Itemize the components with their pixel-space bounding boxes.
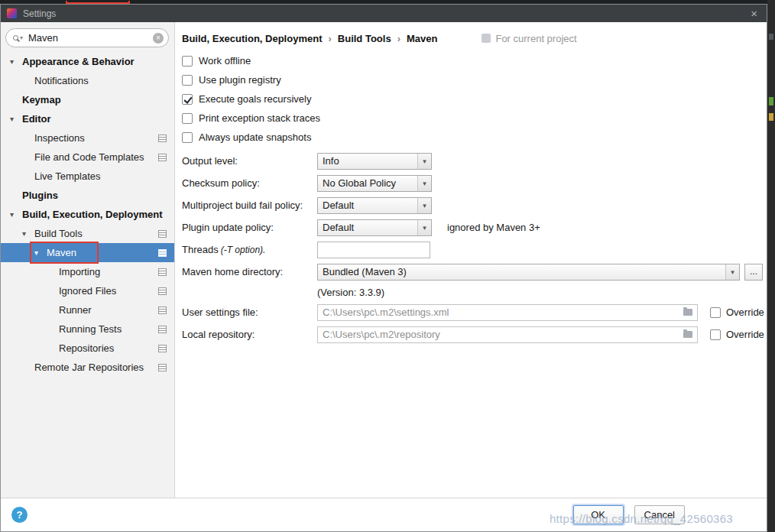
for-current-project-label: For current project: [495, 33, 576, 44]
maven-home-select[interactable]: Bundled (Maven 3) ▾: [317, 264, 740, 281]
sidebar-item-running-tests[interactable]: Running Tests: [1, 320, 174, 339]
settings-page-icon: [158, 154, 167, 161]
checkbox-box[interactable]: [710, 307, 721, 318]
checkbox-row-work-offline[interactable]: Work offline: [182, 51, 767, 70]
user-settings-override-checkbox[interactable]: Override: [710, 307, 764, 318]
sidebar-item-label: Maven: [47, 247, 76, 258]
sidebar-item-label: Keymap: [22, 94, 61, 105]
chevron-down-icon[interactable]: ▾: [10, 115, 22, 123]
local-repository-override-checkbox[interactable]: Override: [710, 329, 764, 340]
multiproject-policy-row: Multiproject build fail policy: Default …: [182, 194, 767, 216]
user-settings-input[interactable]: C:\Users\pc\.m2\settings.xml: [317, 304, 698, 321]
folder-icon[interactable]: [683, 331, 692, 338]
checksum-policy-select[interactable]: No Global Policy ▾: [317, 175, 432, 192]
sidebar-item-label: Repositories: [59, 342, 114, 354]
chevron-down-icon: ▾: [417, 176, 431, 191]
sidebar-item-remote-jar-repositories[interactable]: Remote Jar Repositories: [1, 358, 174, 377]
chevron-down-icon[interactable]: ▾: [10, 57, 22, 66]
settings-page-icon: [158, 230, 167, 238]
checkbox-box[interactable]: [182, 94, 193, 105]
maven-version-row: (Version: 3.3.9): [182, 283, 767, 301]
checkbox-box[interactable]: [710, 329, 721, 340]
sidebar-item-inspections[interactable]: Inspections: [1, 128, 174, 148]
background-fragment: [769, 34, 773, 40]
checkbox-label: Use plugin registry: [199, 74, 281, 86]
settings-page-icon: [158, 287, 167, 295]
output-level-label: Output level:: [182, 155, 317, 167]
sidebar-item-ignored-files[interactable]: Ignored Files: [1, 281, 174, 300]
sidebar-item-editor[interactable]: ▾Editor: [1, 109, 174, 128]
sidebar-item-runner[interactable]: Runner: [1, 300, 174, 320]
threads-input[interactable]: [317, 242, 430, 258]
settings-tree: ▾Appearance & BehaviorNotificationsKeyma…: [1, 52, 174, 377]
chevron-down-icon[interactable]: ▾: [22, 229, 34, 238]
settings-page-icon: [158, 307, 167, 314]
sidebar-item-label: Remote Jar Repositories: [34, 362, 144, 373]
sidebar-item-label: Importing: [59, 266, 100, 277]
chevron-down-icon[interactable]: ▾: [10, 210, 22, 219]
checksum-policy-row: Checksum policy: No Global Policy ▾: [182, 172, 767, 194]
sidebar-item-build-tools[interactable]: ▾Build Tools: [1, 224, 174, 243]
settings-page-icon: [158, 249, 167, 257]
sidebar-item-notifications[interactable]: Notifications: [1, 71, 174, 90]
sidebar-item-build-execution-deployment[interactable]: ▾Build, Execution, Deployment: [1, 205, 174, 224]
checkbox-row-use-plugin-registry[interactable]: Use plugin registry: [182, 70, 767, 89]
sidebar-item-label: Build Tools: [34, 228, 83, 239]
cancel-button[interactable]: Cancel: [634, 505, 685, 524]
chevron-down-icon: ▾: [417, 198, 431, 213]
current-project-icon: [482, 34, 491, 43]
browse-more-button[interactable]: ...: [744, 264, 763, 281]
multiproject-policy-value: Default: [318, 200, 417, 211]
checkbox-label: Execute goals recursively: [199, 93, 311, 105]
maven-home-value: Bundled (Maven 3): [318, 266, 725, 277]
plugin-update-policy-select[interactable]: Default ▾: [317, 219, 432, 236]
checkbox-box[interactable]: [182, 75, 193, 86]
dialog-title: Settings: [23, 8, 56, 19]
sidebar-item-appearance-behavior[interactable]: ▾Appearance & Behavior: [1, 52, 174, 71]
breadcrumb-item-maven[interactable]: Maven: [407, 33, 437, 44]
sidebar-item-live-templates[interactable]: Live Templates: [1, 167, 174, 186]
settings-page-icon: [158, 345, 167, 352]
search-input[interactable]: Maven: [28, 32, 58, 44]
multiproject-policy-select[interactable]: Default ▾: [317, 197, 432, 214]
maven-options-form: Output level: Info ▾ Checksum policy: No…: [182, 150, 767, 345]
folder-icon[interactable]: [683, 309, 692, 316]
background-ide-edge: [767, 0, 775, 532]
for-current-project-note: For current project: [482, 33, 576, 44]
help-button[interactable]: ?: [11, 507, 28, 523]
breadcrumb-item-build-tools[interactable]: Build Tools: [338, 33, 391, 44]
user-settings-value: C:\Users\pc\.m2\settings.xml: [323, 307, 679, 318]
breadcrumb-separator: ›: [391, 33, 407, 44]
dialog-titlebar[interactable]: Settings ×: [1, 5, 767, 22]
checkbox-box[interactable]: [182, 56, 193, 66]
sidebar-item-keymap[interactable]: Keymap: [1, 90, 174, 109]
sidebar-item-plugins[interactable]: Plugins: [1, 186, 174, 205]
background-fragment: [769, 97, 773, 105]
sidebar-item-importing[interactable]: Importing: [1, 262, 174, 281]
checkbox-row-print-exception-stack-traces[interactable]: Print exception stack traces: [182, 109, 767, 128]
checkbox-box[interactable]: [182, 132, 193, 143]
checkbox-row-execute-goals-recursively[interactable]: Execute goals recursively: [182, 89, 767, 109]
chevron-down-icon[interactable]: ▾: [34, 248, 47, 257]
ok-button[interactable]: OK: [573, 505, 624, 524]
search-box[interactable]: ▾ Maven ×: [5, 28, 169, 47]
breadcrumb-separator: ›: [322, 33, 337, 44]
close-icon[interactable]: ×: [747, 8, 760, 19]
sidebar-item-label: Running Tests: [59, 323, 122, 335]
checkbox-row-always-update-snapshots[interactable]: Always update snapshots: [182, 128, 767, 147]
settings-page-icon: [158, 364, 167, 371]
clear-search-icon[interactable]: ×: [153, 33, 164, 44]
sidebar-item-repositories[interactable]: Repositories: [1, 339, 174, 358]
local-repository-input[interactable]: C:\Users\pc\.m2\repository: [317, 326, 698, 343]
breadcrumb-item-build-execution-deployment[interactable]: Build, Execution, Deployment: [182, 33, 322, 44]
maven-options-checkboxes: Work offlineUse plugin registryExecute g…: [182, 51, 767, 147]
sidebar-item-file-and-code-templates[interactable]: File and Code Templates: [1, 148, 174, 167]
plugin-update-policy-value: Default: [318, 222, 417, 233]
maven-settings-panel: Build, Execution, Deployment › Build Too…: [175, 22, 767, 498]
checkbox-box[interactable]: [182, 113, 193, 124]
screen: Settings × ▾ Maven × ▾Appearance & Behav…: [0, 0, 775, 532]
local-repository-row: Local repository: C:\Users\pc\.m2\reposi…: [182, 323, 767, 345]
sidebar-item-maven[interactable]: ▾Maven: [1, 243, 174, 262]
output-level-row: Output level: Info ▾: [182, 150, 767, 172]
output-level-select[interactable]: Info ▾: [317, 153, 432, 170]
